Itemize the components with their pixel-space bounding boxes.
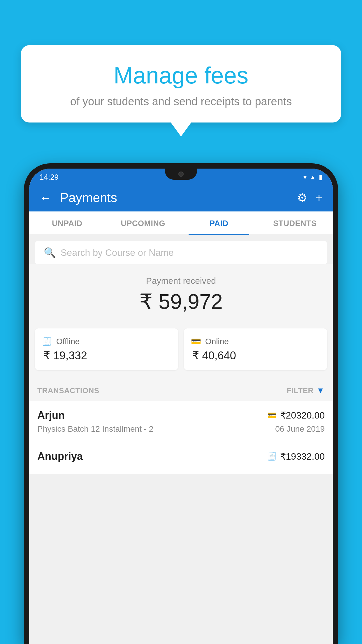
back-button[interactable]: ←: [40, 191, 51, 204]
phone-screen: 14:29 ▾ ▲ ▮ ← Payments ⚙ + UNPAID UPCOMI…: [29, 169, 333, 644]
table-row[interactable]: Arjun 💳 ₹20320.00 Physics Batch 12 Insta…: [29, 401, 333, 442]
transaction-amount-2: ₹19332.00: [280, 451, 325, 462]
search-icon: 🔍: [44, 247, 56, 258]
online-payment-card: 💳 Online ₹ 40,640: [184, 328, 327, 370]
signal-icon: ▲: [310, 174, 316, 181]
header-actions: ⚙ +: [297, 191, 322, 204]
transaction-top-1: Arjun 💳 ₹20320.00: [37, 409, 325, 421]
offline-card-header: 🧾 Offline: [42, 337, 171, 346]
content-area: 🔍 Search by Course or Name Payment recei…: [29, 235, 333, 644]
transaction-amount-wrap-2: 🧾 ₹19332.00: [267, 451, 325, 462]
status-icons: ▾ ▲ ▮: [303, 174, 322, 181]
tabs-bar: UNPAID UPCOMING PAID STUDENTS: [29, 211, 333, 235]
transaction-name-1: Arjun: [37, 409, 65, 421]
online-label: Online: [205, 337, 229, 346]
transactions-label: TRANSACTIONS: [37, 386, 99, 395]
transaction-date-1: 06 June 2019: [275, 424, 325, 434]
tab-unpaid[interactable]: UNPAID: [29, 211, 105, 235]
settings-icon[interactable]: ⚙: [297, 191, 307, 204]
speech-bubble-subtitle: of your students and send receipts to pa…: [36, 95, 326, 108]
offline-payment-card: 🧾 Offline ₹ 19,332: [35, 328, 178, 370]
add-icon[interactable]: +: [316, 191, 322, 204]
tab-paid[interactable]: PAID: [181, 211, 257, 235]
camera-dot: [178, 172, 184, 177]
phone-notch: [165, 169, 197, 180]
payment-received-section: Payment received ₹ 59,972: [29, 264, 333, 323]
payment-received-label: Payment received: [35, 276, 327, 286]
status-bar: 14:29 ▾ ▲ ▮: [29, 169, 333, 184]
phone-frame: 14:29 ▾ ▲ ▮ ← Payments ⚙ + UNPAID UPCOMI…: [24, 163, 338, 644]
offline-amount: ₹ 19,332: [42, 349, 171, 362]
transaction-name-2: Anupriya: [37, 450, 83, 463]
payment-received-amount: ₹ 59,972: [35, 289, 327, 314]
tab-upcoming[interactable]: UPCOMING: [105, 211, 181, 235]
transaction-top-2: Anupriya 🧾 ₹19332.00: [37, 450, 325, 463]
online-card-header: 💳 Online: [191, 337, 320, 346]
tab-students[interactable]: STUDENTS: [257, 211, 333, 235]
offline-payment-icon-2: 🧾: [267, 452, 277, 461]
online-payment-icon-1: 💳: [267, 411, 277, 420]
transaction-course-1: Physics Batch 12 Installment - 2: [37, 424, 153, 434]
battery-icon: ▮: [319, 174, 322, 181]
filter-button[interactable]: FILTER ▼: [287, 386, 325, 395]
status-time: 14:29: [40, 173, 59, 182]
transaction-amount-wrap-1: 💳 ₹20320.00: [267, 410, 325, 421]
search-container[interactable]: 🔍 Search by Course or Name: [35, 241, 327, 264]
speech-bubble-card: Manage fees of your students and send re…: [21, 45, 341, 123]
speech-bubble-title: Manage fees: [36, 63, 326, 88]
online-icon: 💳: [191, 337, 201, 346]
payment-cards: 🧾 Offline ₹ 19,332 💳 Online ₹ 40,640: [29, 323, 333, 379]
app-header: ← Payments ⚙ +: [29, 184, 333, 211]
filter-icon: ▼: [317, 386, 325, 395]
transaction-bottom-1: Physics Batch 12 Installment - 2 06 June…: [37, 424, 325, 434]
online-amount: ₹ 40,640: [191, 349, 320, 362]
wifi-icon: ▾: [303, 174, 307, 181]
offline-label: Offline: [56, 337, 80, 346]
offline-icon: 🧾: [42, 337, 52, 346]
transaction-amount-1: ₹20320.00: [280, 410, 325, 421]
transactions-header: TRANSACTIONS FILTER ▼: [29, 379, 333, 401]
search-input[interactable]: Search by Course or Name: [61, 247, 318, 258]
table-row[interactable]: Anupriya 🧾 ₹19332.00: [29, 442, 333, 474]
filter-label: FILTER: [287, 386, 314, 395]
page-title: Payments: [60, 190, 288, 205]
